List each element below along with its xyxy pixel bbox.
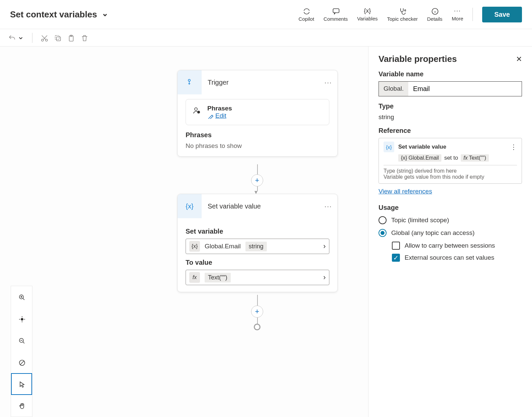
no-icon xyxy=(18,359,25,366)
canvas[interactable]: Trigger ··· Phrases Edit Phr xyxy=(0,47,368,417)
phrases-section-title: Phrases xyxy=(186,131,329,139)
flow-end-icon xyxy=(254,324,260,330)
setvar-header: {x} Set variable value ··· xyxy=(178,194,337,218)
checkbox-checked-icon: ✓ xyxy=(392,254,400,262)
undo-split-button[interactable] xyxy=(8,33,24,43)
view-all-references-link[interactable]: View all references xyxy=(379,188,432,195)
edit-phrases-link[interactable]: Edit xyxy=(207,112,232,119)
usage-global-radio[interactable]: Global (any topic can access) xyxy=(379,229,522,237)
zoom-in-button[interactable] xyxy=(11,286,32,308)
connector xyxy=(257,295,258,306)
name-field[interactable] xyxy=(408,82,522,96)
header-divider xyxy=(472,8,473,21)
comments-label: Comments xyxy=(324,16,348,22)
external-sources-label: External sources can set values xyxy=(405,254,494,261)
trigger-title: Trigger xyxy=(208,79,318,86)
add-node-button[interactable]: + xyxy=(251,174,263,186)
chevron-right-icon[interactable]: › xyxy=(323,242,326,251)
carry-sessions-checkbox[interactable]: Allow to carry between sessions xyxy=(392,242,522,250)
panel-header: Variable properties ✕ xyxy=(379,54,522,64)
cut-icon[interactable] xyxy=(40,34,48,41)
trigger-more-icon[interactable]: ··· xyxy=(324,79,332,86)
variables-label: Variables xyxy=(357,16,378,21)
zoom-out-icon xyxy=(18,337,25,344)
page-title: Set context variables xyxy=(10,9,97,20)
comments-button[interactable]: Comments xyxy=(324,7,348,22)
variable-name: Global.Email xyxy=(205,243,241,250)
page-title-group[interactable]: Set context variables xyxy=(10,9,108,20)
person-icon xyxy=(193,107,201,117)
svg-rect-6 xyxy=(55,35,59,39)
ref-title: Set variable value xyxy=(398,144,446,150)
close-panel-button[interactable]: ✕ xyxy=(516,55,522,64)
topic-checker-label: Topic checker xyxy=(387,16,418,22)
copilot-button[interactable]: Copilot xyxy=(299,7,314,22)
set-variable-label: Set variable xyxy=(186,228,329,235)
ref-more-icon[interactable]: ⋮ xyxy=(510,143,517,151)
variable-icon: {x} xyxy=(189,241,200,252)
reference-label: Reference xyxy=(379,127,522,135)
trigger-node-header: Trigger ··· xyxy=(178,70,337,94)
usage-topic-label: Topic (limited scope) xyxy=(391,217,449,224)
phrases-card: Phrases Edit xyxy=(186,99,329,125)
reset-button[interactable] xyxy=(11,351,32,373)
info-icon xyxy=(431,7,438,15)
chevron-down-icon[interactable] xyxy=(102,9,108,20)
variable-type-tag: string xyxy=(245,242,267,251)
cursor-icon xyxy=(18,381,25,388)
usage-topic-radio[interactable]: Topic (limited scope) xyxy=(379,216,522,224)
ref-foot-2: Variable gets value from this node if em… xyxy=(384,174,517,180)
pencil-icon xyxy=(207,113,213,119)
add-node-button[interactable]: + xyxy=(251,306,263,318)
trigger-node[interactable]: Trigger ··· Phrases Edit Phr xyxy=(177,70,338,157)
chevron-right-icon[interactable]: › xyxy=(323,273,326,282)
copy-icon[interactable] xyxy=(54,34,61,41)
external-sources-checkbox[interactable]: ✓ External sources can set values xyxy=(392,254,522,262)
header-toolbar: Copilot Comments {x} Variables Topic che… xyxy=(299,7,522,22)
hand-icon xyxy=(18,402,25,410)
to-value-label: To value xyxy=(186,259,329,266)
select-tool-button[interactable] xyxy=(11,373,32,395)
save-button[interactable]: Save xyxy=(482,7,522,22)
setvar-more-icon[interactable]: ··· xyxy=(324,202,332,210)
radio-unchecked-icon xyxy=(379,216,387,224)
usage-label: Usage xyxy=(379,204,522,212)
main-layout: Trigger ··· Phrases Edit Phr xyxy=(0,47,532,417)
fit-view-button[interactable] xyxy=(11,308,32,330)
details-label: Details xyxy=(427,16,442,22)
svg-point-3 xyxy=(41,39,43,41)
zoom-out-button[interactable] xyxy=(11,330,32,351)
variables-button[interactable]: {x} Variables xyxy=(357,7,378,21)
zoom-toolbar xyxy=(11,286,32,417)
reference-card[interactable]: {x} Set variable value ⋮ {x}Global.Email… xyxy=(379,138,522,184)
set-variable-node[interactable]: {x} Set variable value ··· Set variable … xyxy=(177,194,338,292)
variable-name-input[interactable]: Global. xyxy=(379,81,522,96)
svg-point-1 xyxy=(405,10,406,11)
more-button[interactable]: ··· More xyxy=(452,7,463,21)
topic-checker-button[interactable]: Topic checker xyxy=(387,7,418,22)
phrases-label: Phrases xyxy=(207,105,232,112)
ref-footer: Type (string) derived from here Variable… xyxy=(384,165,517,180)
svg-point-11 xyxy=(197,111,200,113)
variable-icon: {x} xyxy=(178,194,202,218)
svg-point-4 xyxy=(45,39,47,41)
setvar-title: Set variable value xyxy=(208,202,318,210)
chevron-down-icon[interactable] xyxy=(17,33,24,43)
delete-icon[interactable] xyxy=(81,34,88,41)
details-button[interactable]: Details xyxy=(427,7,442,22)
variables-icon: {x} xyxy=(364,7,371,14)
trigger-body: Phrases Edit Phrases No phrases to show xyxy=(178,94,337,156)
comment-icon xyxy=(332,7,339,15)
pan-tool-button[interactable] xyxy=(11,395,32,417)
value-picker[interactable]: fx Text("") › xyxy=(186,270,329,285)
panel-title: Variable properties xyxy=(379,54,457,64)
variable-icon: {x} xyxy=(384,142,394,152)
paste-icon[interactable] xyxy=(67,34,75,41)
radio-checked-icon xyxy=(379,229,387,237)
target-icon xyxy=(18,315,25,323)
undo-icon xyxy=(8,34,15,41)
stethoscope-icon xyxy=(399,7,406,15)
variable-picker[interactable]: {x} Global.Email string › xyxy=(186,239,329,254)
toolbar-divider xyxy=(32,33,32,43)
trigger-icon xyxy=(178,70,202,94)
